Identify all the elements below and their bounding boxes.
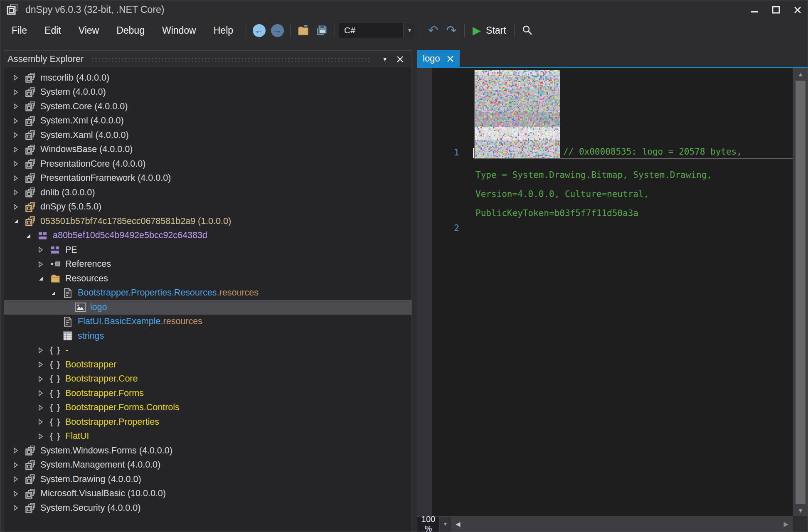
expander-collapsed-icon[interactable] (37, 361, 49, 368)
expander-collapsed-icon[interactable] (12, 447, 24, 454)
panel-close-button[interactable] (392, 53, 407, 65)
expander-collapsed-icon[interactable] (12, 490, 24, 497)
menu-edit[interactable]: Edit (36, 22, 70, 39)
menu-window[interactable]: Window (153, 22, 205, 39)
menu-view[interactable]: View (70, 22, 108, 39)
scroll-down-icon[interactable]: ▼ (793, 507, 808, 514)
tree-item[interactable]: System.Security (4.0.0.0) (4, 501, 411, 515)
language-selector[interactable]: C# ▼ (339, 23, 416, 38)
expander-collapsed-icon[interactable] (12, 103, 24, 110)
tree-item-label: dnSpy (5.0.5.0) (40, 202, 101, 212)
tree-item[interactable]: System.Core (4.0.0.0) (4, 99, 411, 114)
close-button[interactable] (787, 0, 808, 19)
tree-item[interactable]: a80b5ef10d5c4b9492e5bcc92c64383d (4, 229, 411, 243)
tree-item[interactable]: { }FlatUI (4, 429, 411, 444)
tree-item[interactable]: mscorlib (4.0.0.0) (4, 71, 411, 85)
expander-collapsed-icon[interactable] (37, 390, 49, 397)
tree-item[interactable]: { }- (4, 343, 411, 358)
namespace-icon: { } (49, 389, 62, 398)
assembly-explorer-header[interactable]: Assembly Explorer ▼ (4, 51, 411, 67)
search-button[interactable] (520, 22, 535, 38)
tree-item[interactable]: Bootstrapper.Properties.Resources.resour… (4, 286, 411, 300)
window-title: dnSpy v6.0.3 (32-bit, .NET Core) (25, 4, 165, 15)
tree-item[interactable]: strings (4, 329, 411, 343)
expander-expanded-icon[interactable] (37, 275, 49, 282)
vertical-scrollbar[interactable]: ▲ ▼ (793, 68, 808, 516)
vertical-scrollbar-thumb[interactable] (796, 81, 806, 504)
tree-item[interactable]: System.Xml (4.0.0.0) (4, 114, 411, 128)
tree-item[interactable]: System (4.0.0.0) (4, 85, 411, 100)
tree-item[interactable]: { }Bootstrapper.Properties (4, 415, 411, 429)
expander-collapsed-icon[interactable] (37, 376, 49, 382)
expander-collapsed-icon[interactable] (12, 189, 24, 196)
tree-item[interactable]: PresentationCore (4.0.0.0) (4, 157, 411, 171)
tree-item[interactable]: System.Drawing (4.0.0.0) (4, 472, 411, 487)
expander-collapsed-icon[interactable] (37, 433, 49, 440)
tree-item[interactable]: { }Bootstrapper.Forms (4, 386, 411, 401)
expander-collapsed-icon[interactable] (12, 476, 24, 483)
panel-drag-grip[interactable] (91, 57, 371, 63)
tree-item[interactable]: References (4, 257, 411, 272)
expander-collapsed-icon[interactable] (37, 246, 49, 253)
menu-file[interactable]: File (3, 22, 36, 39)
expander-expanded-icon[interactable] (25, 232, 36, 239)
document-tab-bar: logo (417, 50, 808, 68)
tree-item[interactable]: System.Windows.Forms (4.0.0.0) (4, 443, 411, 458)
expander-collapsed-icon[interactable] (12, 89, 24, 96)
navigate-back-button[interactable]: ← (251, 22, 267, 38)
tree-item[interactable]: System.Management (4.0.0.0) (4, 458, 411, 473)
expander-collapsed-icon[interactable] (12, 160, 24, 167)
tree-item[interactable]: Microsoft.VisualBasic (10.0.0.0) (4, 487, 411, 501)
tree-item[interactable]: 053501b57bf74c1785ecc0678581b2a9 (1.0.0.… (4, 214, 411, 229)
tab-logo[interactable]: logo (417, 50, 460, 67)
tree-item[interactable]: PE (4, 243, 411, 257)
tree-item[interactable]: { }Bootstrapper.Forms.Controls (4, 401, 411, 415)
tree-item[interactable]: logo (4, 300, 411, 315)
navigate-forward-button[interactable]: → (269, 22, 285, 38)
expander-collapsed-icon[interactable] (12, 462, 24, 468)
expander-expanded-icon[interactable] (50, 290, 61, 296)
horizontal-scrollbar[interactable]: ◀ ▶ (451, 516, 793, 532)
tab-close-icon[interactable] (447, 55, 454, 62)
expander-collapsed-icon[interactable] (12, 175, 24, 182)
scroll-left-icon[interactable]: ◀ (456, 516, 461, 532)
expander-collapsed-icon[interactable] (12, 204, 24, 210)
expander-expanded-icon[interactable] (12, 218, 24, 224)
expander-collapsed-icon[interactable] (12, 505, 24, 511)
menu-help[interactable]: Help (205, 22, 242, 39)
undo-button[interactable]: ↶ (425, 22, 441, 38)
dnspy-window: { "window": { "title": "dnSpy v6.0.3 (32… (0, 0, 808, 532)
open-file-button[interactable] (296, 22, 311, 38)
tree-item[interactable]: dnSpy (5.0.5.0) (4, 200, 411, 214)
expander-collapsed-icon[interactable] (37, 404, 49, 411)
tree-item[interactable]: { }Bootstrapper.Core (4, 372, 411, 387)
expander-collapsed-icon[interactable] (37, 419, 49, 425)
tree-item[interactable]: WindowsBase (4.0.0.0) (4, 143, 411, 157)
expander-collapsed-icon[interactable] (12, 118, 24, 124)
tree-item-label: Bootstrapper.Core (65, 374, 138, 384)
minimize-button[interactable] (744, 0, 765, 19)
expander-collapsed-icon[interactable] (37, 261, 49, 268)
tree-item[interactable]: System.Xaml (4.0.0.0) (4, 128, 411, 143)
tree-item[interactable]: { }Bootstrapper (4, 357, 411, 372)
save-all-button[interactable] (314, 22, 330, 38)
start-debug-button[interactable]: ▶ Start (468, 24, 510, 37)
editor-glyph-margin (417, 68, 432, 516)
menu-debug[interactable]: Debug (108, 22, 153, 39)
maximize-button[interactable] (765, 0, 787, 19)
tree-item[interactable]: PresentationFramework (4.0.0.0) (4, 171, 411, 186)
tree-item[interactable]: FlatUI.BasicExample.resources (4, 315, 411, 329)
tree-item[interactable]: dnlib (3.0.0.0) (4, 185, 411, 200)
expander-collapsed-icon[interactable] (12, 146, 24, 153)
expander-collapsed-icon[interactable] (37, 347, 49, 354)
chevron-down-icon[interactable]: ▼ (403, 23, 416, 38)
chevron-down-icon[interactable]: ▼ (439, 517, 451, 532)
panel-menu-button[interactable]: ▼ (377, 53, 392, 65)
expander-collapsed-icon[interactable] (12, 74, 24, 81)
zoom-level-selector[interactable]: 100 % ▼ (417, 516, 451, 532)
scroll-up-icon[interactable]: ▲ (793, 71, 808, 77)
expander-collapsed-icon[interactable] (12, 132, 24, 138)
tree-item[interactable]: Resources (4, 271, 411, 286)
scroll-right-icon[interactable]: ▶ (783, 516, 788, 532)
redo-button[interactable]: ↷ (443, 22, 459, 38)
